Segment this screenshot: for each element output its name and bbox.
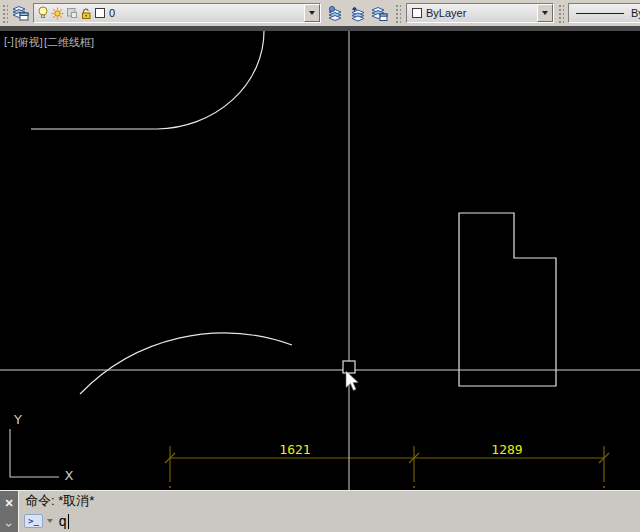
layer-color-swatch[interactable] [95, 8, 105, 18]
crosshair-cursor [0, 31, 640, 490]
linetype-select-combo[interactable]: ByLayer [568, 3, 640, 23]
color-combo-label: ByLayer [426, 7, 466, 19]
layer-state-icons [34, 6, 105, 20]
command-window-titlebar[interactable]: ✕ › [0, 491, 19, 532]
layers-sphere-icon [327, 5, 344, 22]
layers-dialog-icon [11, 4, 29, 22]
linetype-sample-line [576, 13, 624, 14]
arc-entity-bottom[interactable] [80, 333, 292, 394]
toolbar-grip[interactable] [394, 3, 401, 23]
freeze-viewport-icon[interactable] [66, 7, 78, 19]
linetype-combo-label: ByLayer [631, 7, 640, 19]
viewport-view-control[interactable]: [俯视] [15, 35, 43, 50]
linear-dimensions[interactable]: 1621 1289 [165, 442, 609, 488]
make-object-layer-current-button[interactable] [324, 2, 346, 24]
mouse-arrow-icon [346, 371, 358, 390]
chevron-down-icon [309, 11, 315, 15]
command-input[interactable]: q [59, 513, 67, 529]
layer-combo-dropdown-button[interactable] [304, 4, 320, 22]
ucs-icon[interactable]: Y X [10, 412, 74, 483]
color-combo-dropdown-button[interactable] [537, 4, 553, 22]
toolbar-grip[interactable] [557, 3, 564, 23]
toolbar-grip[interactable] [1, 3, 8, 23]
bulb-icon[interactable] [37, 6, 49, 20]
dimension-value-left: 1621 [279, 442, 310, 457]
chevron-down-icon[interactable] [47, 519, 53, 523]
layers-toolbar: 0 ByLayer [0, 0, 640, 26]
layer-states-manager-button[interactable] [368, 2, 390, 24]
chevron-down-icon [542, 11, 548, 15]
close-icon[interactable]: ✕ [4, 496, 13, 510]
drawing-geometry: 1621 1289 Y X [0, 31, 640, 490]
extension-origin-dot [603, 486, 605, 488]
chevron-icon: › [2, 523, 16, 527]
command-prompt-icon[interactable]: >_ [24, 514, 43, 528]
layers-grid-icon [370, 4, 388, 22]
text-caret [68, 514, 69, 529]
command-history-line: 命令: *取消* [19, 491, 640, 510]
layer-previous-button[interactable] [346, 2, 368, 24]
extension-origin-dot [413, 486, 415, 488]
extension-origin-dot [169, 486, 171, 488]
layer-select-combo[interactable]: 0 [33, 3, 321, 23]
viewport-controls: [-] [俯视] [二维线框] [4, 35, 94, 50]
dimension-value-right: 1289 [491, 442, 522, 457]
ucs-y-label: Y [13, 412, 22, 427]
model-space-canvas[interactable]: [-] [俯视] [二维线框] 1621 1289 Y X [0, 31, 640, 490]
layer-properties-button[interactable] [9, 2, 31, 24]
color-select-combo[interactable]: ByLayer [406, 3, 554, 23]
sun-icon[interactable] [51, 7, 64, 20]
ucs-x-label: X [65, 468, 74, 483]
command-window: ✕ › 命令: *取消* >_ q [0, 490, 640, 532]
viewport-minimize-control[interactable]: [-] [4, 35, 14, 50]
ucs-axes-lines [10, 429, 59, 477]
command-bar-grip [5, 493, 14, 494]
command-main-area: 命令: *取消* >_ q [19, 491, 640, 532]
pickbox [343, 361, 355, 373]
viewport-visual-style-control[interactable]: [二维线框] [44, 35, 94, 50]
layer-name-label: 0 [109, 7, 115, 19]
layers-back-arrow-icon [349, 5, 366, 22]
command-input-row[interactable]: >_ q [19, 510, 640, 532]
polyline-entity[interactable] [459, 213, 556, 386]
unlock-icon[interactable] [80, 7, 93, 20]
current-color-swatch [412, 8, 422, 18]
